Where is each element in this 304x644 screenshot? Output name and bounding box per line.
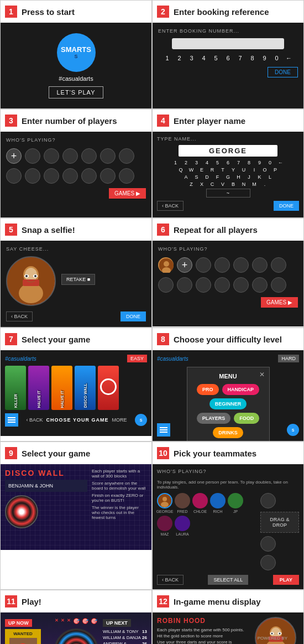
numpad-2[interactable]: 2 — [175, 55, 185, 61]
kb-a[interactable]: A — [182, 174, 191, 180]
player-slot-6-10[interactable] — [233, 277, 249, 293]
menu-close-icon[interactable]: ✕ — [259, 371, 265, 378]
kb-0[interactable]: 0 — [266, 160, 275, 165]
add-player-button[interactable]: + — [6, 148, 22, 164]
done-button-5[interactable]: DONE — [120, 311, 146, 321]
menu-icon-button[interactable] — [5, 413, 18, 427]
player-slot-6-6[interactable] — [158, 277, 174, 293]
kb-n[interactable]: N — [239, 181, 248, 187]
kb-z[interactable]: Z — [187, 181, 196, 187]
player-laura[interactable]: LAURA — [175, 516, 190, 536]
kb-6[interactable]: 6 — [224, 160, 233, 165]
kb-r[interactable]: R — [208, 167, 217, 173]
player-rich[interactable]: RICH — [210, 493, 226, 513]
kb-l[interactable]: L — [266, 174, 275, 180]
kb-j[interactable]: J — [245, 174, 254, 180]
diff-beginner-button[interactable]: BEGINNER — [209, 398, 247, 409]
kb-4[interactable]: 4 — [203, 160, 212, 165]
player-slot-6-11[interactable] — [252, 277, 268, 293]
player-slot-1[interactable] — [25, 148, 40, 164]
done-button-4[interactable]: DONE — [274, 201, 299, 211]
numpad-7[interactable]: 7 — [235, 55, 245, 61]
player-slot-7[interactable] — [6, 168, 22, 184]
player-fred[interactable]: FRED — [175, 493, 190, 513]
team-slot-3[interactable] — [260, 555, 276, 570]
numpad-8[interactable]: 8 — [248, 55, 258, 61]
kb-2[interactable]: 2 — [182, 160, 191, 165]
back-button-5[interactable]: ‹ BACK — [6, 311, 33, 321]
numpad-0[interactable]: 0 — [272, 55, 282, 61]
kb-f[interactable]: F — [213, 174, 222, 180]
numpad-backspace[interactable]: ← — [284, 55, 294, 61]
player-slot-8[interactable] — [25, 168, 40, 184]
kb-w[interactable]: W — [187, 167, 196, 173]
kb-h[interactable]: H — [234, 174, 243, 180]
kb-y[interactable]: Y — [229, 167, 238, 173]
diff-food-button[interactable]: FOOD — [234, 413, 259, 424]
diff-drinks-button[interactable]: DRINKS — [213, 427, 243, 438]
game-robin[interactable] — [98, 366, 119, 410]
game-killer[interactable]: KILLER — [5, 366, 26, 410]
diff-players-button[interactable]: PLAYERS — [197, 413, 231, 424]
menu-icon-button-8[interactable] — [157, 423, 170, 437]
player-slot-3[interactable] — [62, 148, 78, 164]
kb-space[interactable]: ~ — [206, 189, 250, 198]
game-halve1[interactable]: HALVE IT — [28, 366, 49, 410]
player-slot-2[interactable] — [44, 148, 59, 164]
add-player-button-6[interactable]: + — [177, 257, 192, 273]
kb-v[interactable]: V — [218, 181, 227, 187]
player-slot-6-12[interactable] — [271, 277, 286, 293]
player-slot-6[interactable] — [119, 148, 134, 164]
kb-c[interactable]: C — [208, 181, 217, 187]
player-maz[interactable]: MAZ — [157, 516, 172, 536]
player-slot-6-4[interactable] — [252, 257, 268, 273]
numpad-3[interactable]: 3 — [187, 55, 197, 61]
kb-1[interactable]: 1 — [171, 160, 180, 165]
back-button-7[interactable]: ‹ BACK — [27, 417, 43, 423]
kb-dot[interactable]: . — [260, 181, 269, 187]
player-chloe[interactable]: CHLOE — [192, 493, 208, 513]
team-slot-2[interactable] — [260, 536, 276, 552]
kb-b[interactable]: B — [229, 181, 238, 187]
game-disco[interactable]: DISCO WALL — [75, 366, 96, 410]
numpad-4[interactable]: 4 — [199, 55, 209, 61]
kb-i[interactable]: I — [250, 167, 259, 173]
drag-drop-box[interactable]: DRAG & DROP — [260, 512, 299, 533]
play-button[interactable]: PLAY — [273, 575, 299, 585]
numpad-6[interactable]: 6 — [223, 55, 233, 61]
kb-5[interactable]: 5 — [213, 160, 222, 165]
back-button-4[interactable]: ‹ BACK — [157, 201, 184, 211]
numpad-5[interactable]: 5 — [211, 55, 221, 61]
kb-u[interactable]: U — [239, 167, 248, 173]
lets-play-button[interactable]: LET'S PLAY — [49, 86, 104, 98]
kb-back[interactable]: ← — [276, 160, 285, 165]
games-button-3[interactable]: GAMES ▶ — [109, 188, 146, 199]
player-slot-6-2[interactable] — [214, 257, 230, 273]
player-slot-6-9[interactable] — [214, 277, 230, 293]
player-slot-12[interactable] — [100, 168, 116, 184]
player-george[interactable]: GEORGE — [157, 493, 172, 513]
kb-q[interactable]: Q — [176, 167, 185, 173]
player-slot-6-1[interactable] — [196, 257, 211, 273]
numpad-9[interactable]: 9 — [260, 55, 270, 61]
back-button-10[interactable]: ‹ BACK — [157, 575, 184, 585]
kb-e[interactable]: E — [197, 167, 206, 173]
player-slot-13[interactable] — [119, 168, 134, 184]
retake-button[interactable]: RETAKE ■ — [61, 274, 95, 285]
player-slot-6-3[interactable] — [233, 257, 249, 273]
kb-k[interactable]: K — [255, 174, 264, 180]
diff-pro-button[interactable]: PRO — [197, 384, 219, 395]
kb-d[interactable]: D — [203, 174, 212, 180]
kb-9[interactable]: 9 — [255, 160, 264, 165]
player-slot-6-8[interactable] — [196, 277, 211, 293]
booking-done-button[interactable]: DONE — [268, 67, 298, 77]
select-all-button[interactable]: SELECT ALL — [208, 575, 248, 585]
kb-3[interactable]: 3 — [192, 160, 201, 165]
diff-handicap-button[interactable]: HANDICAP — [222, 384, 260, 395]
player-name-input[interactable]: GEORGE — [179, 145, 278, 157]
kb-7[interactable]: 7 — [234, 160, 243, 165]
more-button-7[interactable]: MORE — [112, 417, 127, 423]
kb-s[interactable]: S — [192, 174, 201, 180]
player-slot-6-7[interactable] — [177, 277, 192, 293]
kb-x[interactable]: X — [197, 181, 206, 187]
